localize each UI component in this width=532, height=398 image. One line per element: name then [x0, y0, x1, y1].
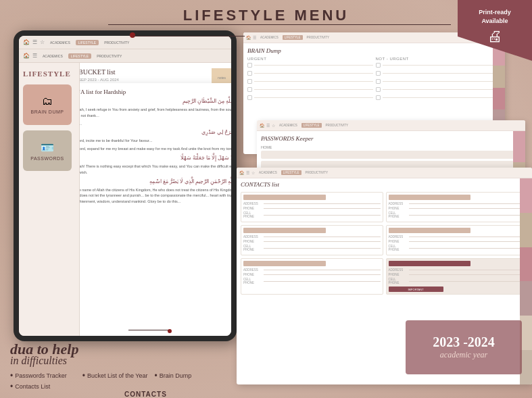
home-icon-2: 🏠 — [23, 53, 30, 59]
contacts-nav-productivity[interactable]: PRODUCTIVITY — [304, 170, 331, 175]
brain-line — [376, 87, 502, 92]
nav-tab-lifestyle-2[interactable]: LIFESTYLE — [68, 53, 91, 59]
contact-cell-6: CELL PHONE — [389, 278, 526, 284]
brain-line — [247, 63, 373, 68]
brain-nav-productivity[interactable]: PRODUCTIVITY — [305, 35, 332, 40]
dua-arabic-2: رَبِّ اشْرَحْ لِي صَدْرِي — [80, 129, 231, 135]
pass-nav-lifestyle[interactable]: LIFESTYLE — [301, 123, 322, 128]
red-dot-decoration — [130, 32, 135, 38]
bullet-dot-3: • — [155, 371, 158, 380]
left-panel: LIFESTYLE 🗂 BRAIN DUMP 🪪 PASSWORDS — [19, 63, 80, 336]
tablet-nav-second: 🏠 ☰ ACADEMICS LIFESTYLE PRODUCTIVITY — [19, 49, 231, 63]
star-icon-contacts: ☆ — [251, 170, 255, 175]
contact-name-bar-2 — [389, 195, 471, 200]
phone-label-4: PHONE — [389, 240, 408, 243]
brain-line — [247, 71, 373, 76]
not-urgent-header: NOT - URGENT — [376, 57, 502, 61]
side-tab-3[interactable] — [493, 88, 505, 110]
contacts-grid: ADDRESS PHONE CELL PHONE ADDRESS PHONE C… — [237, 189, 532, 297]
contact-cell-5: CELL PHONE — [243, 278, 381, 284]
checkbox[interactable] — [247, 95, 252, 100]
urgent-col: URGENT — [247, 57, 373, 100]
brain-line — [376, 95, 502, 100]
address-label-4: ADDRESS — [389, 235, 408, 239]
pass-nav-academics[interactable]: ACADEMICS — [277, 123, 299, 128]
brain-dump-card[interactable]: 🗂 BRAIN DUMP — [23, 84, 72, 125]
contacts-side-tab-4[interactable] — [520, 281, 532, 316]
address-label-6: ADDRESS — [389, 268, 408, 272]
menu-icon-pass: ☰ — [266, 123, 270, 128]
pass-side-tab-1[interactable] — [513, 131, 525, 162]
connection-dot — [168, 329, 172, 333]
bullet-text-1: Passwords Tracker — [15, 372, 67, 379]
contacts-bottom-label: CONTACTS — [124, 391, 167, 398]
checkbox[interactable] — [247, 87, 252, 92]
side-tab-2[interactable] — [493, 66, 505, 88]
checkbox[interactable] — [376, 79, 381, 84]
contacts-side-tab-3[interactable] — [520, 247, 532, 282]
nav-tab-academics[interactable]: ACADEMICS — [47, 40, 73, 45]
home-icon: 🏠 — [23, 39, 30, 45]
bullet-text-3: Brain Dump — [160, 372, 192, 379]
contacts-nav-academics[interactable]: ACADEMICS — [257, 170, 279, 175]
checkbox[interactable] — [376, 95, 381, 100]
dua-page: DUA list for Hardship أَعُوذُ بِاللَّهِ … — [80, 83, 231, 336]
not-urgent-lines — [376, 63, 502, 100]
dua-bottom-subtitle: in difficulties — [10, 355, 220, 367]
brain-nav-lifestyle[interactable]: LIFESTYLE — [283, 35, 303, 40]
contact-address-5: ADDRESS — [243, 268, 381, 272]
contact-cell-2: CELL PHONE — [389, 212, 526, 218]
contacts-side-tab-2[interactable] — [520, 213, 532, 247]
checkbox[interactable] — [247, 63, 252, 68]
checkbox[interactable] — [376, 63, 381, 68]
checkbox[interactable] — [376, 87, 381, 92]
print-badge-subtext: Available — [481, 17, 508, 26]
cell-label-3: CELL PHONE — [243, 245, 262, 251]
brain-nav-academics[interactable]: ACADEMICS — [258, 35, 281, 40]
brain-line — [376, 63, 502, 68]
title-line — [108, 24, 451, 25]
passwords-card[interactable]: 🪪 PASSWORDS — [23, 130, 72, 171]
cell-label-4: CELL PHONE — [389, 245, 408, 251]
printer-icon: 🖨 — [487, 28, 502, 45]
contact-phone-5: PHONE — [243, 273, 381, 276]
bottom-labels: dua to help in difficulties • Passwords … — [10, 341, 220, 391]
dua-title: DUA list for Hardship — [80, 89, 231, 95]
contacts-nav-lifestyle[interactable]: LIFESTYLE — [281, 170, 301, 175]
year-badge: 2023 -2024 academic year — [406, 320, 522, 374]
username-field[interactable] — [261, 151, 521, 159]
nav-tab-academics-2[interactable]: ACADEMICS — [40, 53, 66, 59]
dua-english-2: My lord, incite me to be thankful for Yo… — [80, 138, 231, 144]
nav-tab-productivity[interactable]: PRODUCTIVITY — [101, 40, 132, 45]
phone-label-5: PHONE — [243, 273, 262, 276]
dua-english-1: O Allah, I seek refuge in You from anxie… — [80, 107, 231, 119]
contact-phone-4: PHONE — [389, 240, 526, 243]
contacts-page-title: CONTACTS list — [241, 181, 528, 188]
phone-label: PHONE — [243, 207, 262, 210]
checkbox[interactable] — [247, 79, 252, 84]
menu-icon: ☰ — [32, 39, 37, 45]
dua-english-3: My Lord, expand for me my breast and mak… — [80, 146, 231, 152]
checkbox[interactable] — [247, 71, 252, 76]
address-label-3: ADDRESS — [243, 235, 262, 239]
bullet-list: • Passwords Tracker • Bucket List of the… — [10, 371, 220, 391]
contacts-side-tab-1[interactable] — [520, 178, 532, 213]
cell-label: CELL PHONE — [243, 212, 262, 218]
cell-label-5: CELL PHONE — [243, 278, 262, 284]
lifestyle-title: LIFESTYLE — [23, 70, 75, 78]
menu-icon-2: ☰ — [32, 53, 37, 59]
contact-name-bar-1 — [243, 195, 326, 200]
nav-tab-lifestyle[interactable]: LIFESTYLE — [76, 40, 99, 45]
pass-section-label: HOME — [261, 145, 521, 149]
nav-tab-productivity-2[interactable]: PRODUCTIVITY — [94, 53, 124, 59]
main-container: Print-ready Available 🖨 LIFESTYLE MENU 🏠… — [0, 0, 532, 398]
checkbox[interactable] — [376, 71, 381, 76]
pass-nav-productivity[interactable]: PRODUCTIVITY — [324, 123, 351, 128]
year-text: 2023 -2024 — [433, 334, 495, 350]
contact-card-1: ADDRESS PHONE CELL PHONE — [241, 192, 383, 222]
not-urgent-col: NOT - URGENT — [376, 57, 502, 100]
star-icon: ☆ — [40, 39, 45, 45]
contact-card-4: ADDRESS PHONE CELL PHONE — [386, 225, 529, 255]
contact-address-6: ADDRESS — [389, 268, 526, 272]
passwords-icon: 🪪 — [41, 141, 54, 154]
